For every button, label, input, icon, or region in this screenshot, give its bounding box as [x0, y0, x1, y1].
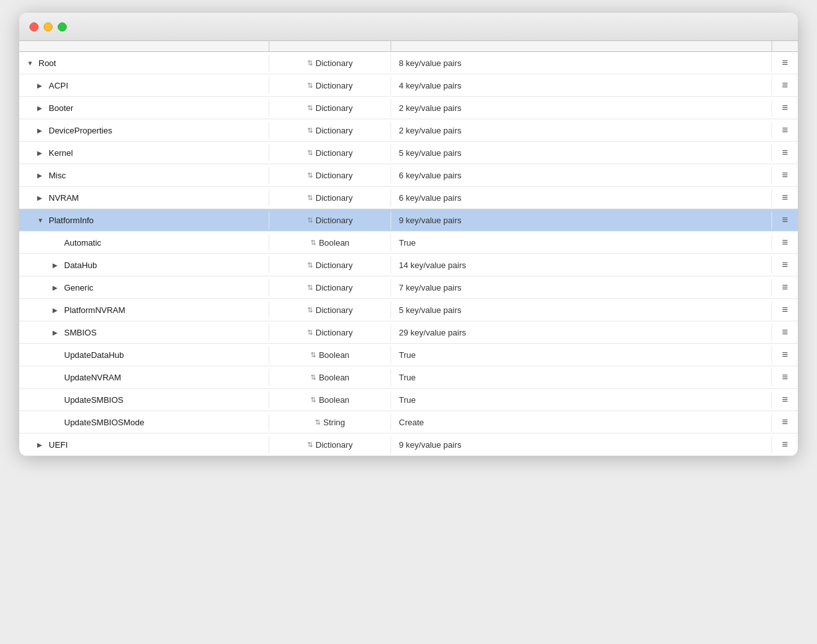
row-menu-icon[interactable]: ≡ [778, 303, 791, 317]
type-cell: ⇅Dictionary [269, 257, 391, 274]
col-header-type[interactable] [269, 41, 391, 51]
row-menu-cell[interactable]: ≡ [772, 187, 798, 208]
row-menu-icon[interactable]: ≡ [778, 213, 791, 227]
row-menu-icon[interactable]: ≡ [778, 370, 791, 384]
type-sort-icon: ⇅ [310, 351, 316, 359]
type-label: Boolean [319, 350, 350, 360]
row-menu-cell[interactable]: ≡ [772, 434, 798, 455]
key-label: SMBIOS [64, 328, 97, 337]
table-row[interactable]: ▶Generic⇅Dictionary7 key/value pairs≡ [19, 276, 798, 299]
table-row[interactable]: ▶DeviceProperties⇅Dictionary2 key/value … [19, 119, 798, 142]
type-label: Boolean [319, 238, 350, 248]
type-cell: ⇅String [269, 414, 391, 431]
expand-collapse-arrow[interactable]: ▼ [27, 60, 36, 67]
expand-collapse-arrow[interactable]: ▶ [37, 194, 46, 201]
row-menu-icon[interactable]: ≡ [778, 393, 791, 407]
value-cell: 5 key/value pairs [391, 144, 772, 162]
row-menu-icon[interactable]: ≡ [778, 146, 791, 160]
table-row[interactable]: UpdateNVRAM⇅BooleanTrue≡ [19, 366, 798, 389]
table-row[interactable]: ▶Kernel⇅Dictionary5 key/value pairs≡ [19, 142, 798, 164]
type-sort-icon: ⇅ [315, 418, 321, 427]
row-menu-icon[interactable]: ≡ [778, 56, 791, 70]
table-row[interactable]: ▶NVRAM⇅Dictionary6 key/value pairs≡ [19, 187, 798, 209]
table-row[interactable]: ▶UEFI⇅Dictionary9 key/value pairs≡ [19, 434, 798, 456]
table-row[interactable]: UpdateSMBIOSMode⇅StringCreate≡ [19, 411, 798, 434]
row-menu-cell[interactable]: ≡ [772, 411, 798, 433]
row-menu-icon[interactable]: ≡ [778, 348, 791, 362]
expand-collapse-arrow[interactable]: ▶ [37, 105, 46, 112]
value-cell: 9 key/value pairs [391, 436, 772, 453]
row-menu-cell[interactable]: ≡ [772, 321, 798, 343]
row-menu-icon[interactable]: ≡ [778, 437, 791, 452]
expand-collapse-arrow[interactable]: ▼ [37, 217, 46, 224]
table-row[interactable]: ▶Booter⇅Dictionary2 key/value pairs≡ [19, 97, 798, 119]
table-row[interactable]: ▶SMBIOS⇅Dictionary29 key/value pairs≡ [19, 321, 798, 344]
row-menu-cell[interactable]: ≡ [772, 209, 798, 231]
key-cell: UpdateNVRAM [19, 369, 269, 386]
key-cell: ▶SMBIOS [19, 324, 269, 341]
row-menu-icon[interactable]: ≡ [778, 123, 791, 137]
expand-collapse-arrow[interactable]: ▶ [37, 127, 46, 134]
expand-collapse-arrow[interactable]: ▶ [53, 329, 62, 336]
row-menu-cell[interactable]: ≡ [772, 366, 798, 388]
maximize-button[interactable] [58, 22, 67, 31]
value-cell: 6 key/value pairs [391, 189, 772, 207]
table-row[interactable]: ▶PlatformNVRAM⇅Dictionary5 key/value pai… [19, 299, 798, 321]
row-menu-icon[interactable]: ≡ [778, 101, 791, 115]
row-menu-cell[interactable]: ≡ [772, 164, 798, 186]
expand-collapse-arrow[interactable]: ▶ [53, 262, 62, 269]
table-row[interactable]: ▼Root⇅Dictionary8 key/value pairs≡ [19, 52, 798, 74]
key-label: Misc [49, 171, 66, 180]
row-menu-cell[interactable]: ≡ [772, 119, 798, 141]
row-menu-cell[interactable]: ≡ [772, 254, 798, 276]
row-menu-cell[interactable]: ≡ [772, 142, 798, 164]
expand-collapse-arrow[interactable]: ▶ [37, 82, 46, 89]
table-row[interactable]: UpdateDataHub⇅BooleanTrue≡ [19, 344, 798, 366]
row-menu-icon[interactable]: ≡ [778, 415, 791, 429]
row-menu-cell[interactable]: ≡ [772, 344, 798, 366]
expand-collapse-arrow[interactable]: ▶ [53, 307, 62, 314]
table-row[interactable]: UpdateSMBIOS⇅BooleanTrue≡ [19, 389, 798, 411]
type-sort-icon: ⇅ [310, 373, 316, 382]
row-menu-cell[interactable]: ≡ [772, 299, 798, 321]
type-label: Dictionary [316, 193, 353, 203]
key-label: Generic [64, 283, 94, 292]
col-header-key[interactable] [19, 41, 269, 51]
expand-collapse-arrow[interactable]: ▶ [37, 149, 46, 157]
row-menu-icon[interactable]: ≡ [778, 325, 791, 339]
row-menu-icon[interactable]: ≡ [778, 258, 791, 272]
type-label: Dictionary [316, 103, 353, 113]
row-menu-icon[interactable]: ≡ [778, 168, 791, 182]
table-row[interactable]: Automatic⇅BooleanTrue≡ [19, 232, 798, 254]
key-label: UEFI [49, 440, 68, 450]
row-menu-cell[interactable]: ≡ [772, 97, 798, 119]
row-menu-icon[interactable]: ≡ [778, 235, 791, 250]
table-row[interactable]: ▶DataHub⇅Dictionary14 key/value pairs≡ [19, 254, 798, 276]
expand-collapse-arrow[interactable]: ▶ [37, 441, 46, 448]
table-row[interactable]: ▶ACPI⇅Dictionary4 key/value pairs≡ [19, 74, 798, 97]
row-menu-icon[interactable]: ≡ [778, 191, 791, 205]
expand-collapse-arrow[interactable]: ▶ [37, 172, 46, 179]
key-label: Kernel [49, 148, 73, 158]
key-cell: ▼PlatformInfo [19, 212, 269, 229]
row-menu-icon[interactable]: ≡ [778, 78, 791, 92]
type-cell: ⇅Dictionary [269, 212, 391, 229]
type-label: Dictionary [316, 283, 353, 292]
row-menu-cell[interactable]: ≡ [772, 74, 798, 96]
row-menu-icon[interactable]: ≡ [778, 280, 791, 294]
close-button[interactable] [29, 22, 38, 31]
key-cell: ▶PlatformNVRAM [19, 301, 269, 319]
row-menu-cell[interactable]: ≡ [772, 389, 798, 411]
row-menu-cell[interactable]: ≡ [772, 52, 798, 74]
expand-collapse-arrow[interactable]: ▶ [53, 284, 62, 291]
row-menu-cell[interactable]: ≡ [772, 276, 798, 298]
col-header-value[interactable] [391, 41, 772, 51]
titlebar [19, 13, 798, 41]
table-row[interactable]: ▼PlatformInfo⇅Dictionary9 key/value pair… [19, 209, 798, 232]
type-cell: ⇅Dictionary [269, 167, 391, 184]
key-label: NVRAM [49, 193, 79, 203]
table-row[interactable]: ▶Misc⇅Dictionary6 key/value pairs≡ [19, 164, 798, 187]
row-menu-cell[interactable]: ≡ [772, 232, 798, 253]
type-cell: ⇅Boolean [269, 369, 391, 386]
minimize-button[interactable] [44, 22, 53, 31]
